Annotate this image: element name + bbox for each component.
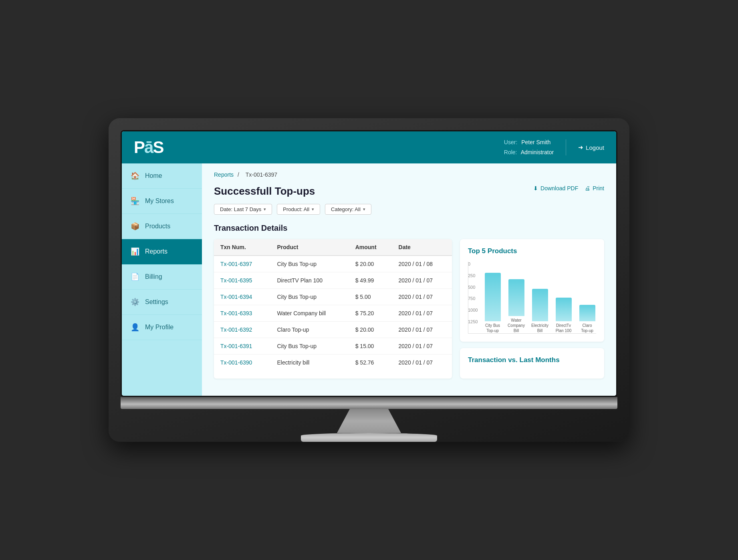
bar (508, 279, 524, 316)
bar-group: City Bus Top-up (484, 273, 502, 333)
page-title: Successfull Top-ups (214, 185, 315, 197)
logout-button[interactable]: ➜ Logout (578, 144, 604, 151)
sidebar-item-reports[interactable]: 📊 Reports (122, 239, 202, 264)
cell-product: City Bus Top-up (271, 289, 349, 305)
cell-product: City Bus Top-up (271, 338, 349, 355)
cell-date: 2020 / 01 / 07 (392, 355, 452, 371)
profile-icon: 👤 (131, 323, 139, 332)
cell-date: 2020 / 01 / 08 (392, 256, 452, 272)
bar-group: DirectTv Plan 100 (555, 298, 573, 333)
settings-icon: ⚙️ (131, 298, 139, 306)
cell-amount: $ 20.00 (349, 256, 392, 272)
reports-icon: 📊 (131, 247, 139, 256)
txn-chart-title: Transaction vs. Last Months (468, 356, 596, 364)
breadcrumb-parent[interactable]: Reports (214, 171, 234, 178)
breadcrumb-current: Tx-001-6397 (246, 171, 277, 178)
sidebar-item-settings[interactable]: ⚙️ Settings (122, 290, 202, 315)
user-info: User: Peter Smith Role: Administrator (504, 137, 554, 157)
bar-label: City Bus Top-up (484, 323, 502, 333)
role-value: Administrator (521, 149, 554, 155)
col-amount: Amount (349, 239, 392, 256)
sidebar-item-billing[interactable]: 📄 Billing (122, 264, 202, 290)
cell-txn: Tx-001-6395 (214, 272, 271, 289)
bar (556, 298, 572, 321)
bar-label: Water Company Bill (507, 318, 525, 333)
store-icon: 🏪 (131, 197, 139, 205)
header-divider (566, 139, 566, 155)
cell-date: 2020 / 01 / 07 (392, 289, 452, 305)
page-actions: ⬇ Download PDF 🖨 Print (533, 185, 604, 191)
txn-link[interactable]: Tx-001-6394 (220, 294, 252, 300)
table-row: Tx-001-6390 Electricity bill $ 52.76 202… (214, 355, 452, 371)
filter-category[interactable]: Category: All (325, 204, 371, 215)
download-icon: ⬇ (533, 185, 538, 191)
logout-icon: ➜ (578, 144, 583, 151)
user-name: Peter Smith (521, 139, 550, 145)
txn-link[interactable]: Tx-001-6393 (220, 310, 252, 316)
cell-txn: Tx-001-6393 (214, 305, 271, 322)
txn-link[interactable]: Tx-001-6397 (220, 261, 252, 267)
txn-link[interactable]: Tx-001-6390 (220, 359, 252, 366)
home-icon: 🏠 (131, 171, 139, 180)
sidebar-label-reports: Reports (145, 248, 167, 255)
filters-row: Date: Last 7 Days Product: All Category:… (214, 204, 604, 215)
table-row: Tx-001-6395 DirectTV Plan 100 $ 49.99 20… (214, 272, 452, 289)
table-row: Tx-001-6392 Claro Top-up $ 20.00 2020 / … (214, 322, 452, 338)
section-title: Transaction Details (214, 224, 604, 233)
sidebar-label-home: Home (145, 172, 162, 179)
col-date: Date (392, 239, 452, 256)
col-txn-num: Txn Num. (214, 239, 271, 256)
sidebar-item-my-stores[interactable]: 🏪 My Stores (122, 189, 202, 214)
cell-amount: $ 15.00 (349, 338, 392, 355)
user-label: User: (504, 139, 517, 145)
bar (485, 273, 501, 321)
table-row: Tx-001-6393 Water Company bill $ 75.20 2… (214, 305, 452, 322)
cell-txn: Tx-001-6392 (214, 322, 271, 338)
right-panel: Top 5 Products 1250 1000 750 500 250 0 (460, 239, 604, 379)
txn-link[interactable]: Tx-001-6392 (220, 326, 252, 333)
bars-area: City Bus Top-upWater Company BillElectri… (468, 262, 596, 334)
breadcrumb-separator: / (238, 171, 241, 178)
app-logo: PāS (134, 138, 163, 157)
main-content: Reports / Tx-001-6397 Successfull Top-up… (202, 163, 616, 396)
transaction-table: Txn Num. Product Amount Date Tx-001-6397… (214, 239, 452, 379)
cell-txn: Tx-001-6391 (214, 338, 271, 355)
sidebar-item-my-profile[interactable]: 👤 My Profile (122, 315, 202, 340)
bar (579, 305, 595, 321)
top5-bar-chart: 1250 1000 750 500 250 0 City Bus Top-upW… (468, 262, 596, 334)
col-product: Product (271, 239, 349, 256)
download-pdf-label: Download PDF (540, 185, 578, 191)
cell-txn: Tx-001-6394 (214, 289, 271, 305)
txn-link[interactable]: Tx-001-6391 (220, 343, 252, 349)
role-label: Role: (504, 149, 517, 155)
bar-label: DirectTv Plan 100 (555, 323, 573, 333)
sidebar-label-settings: Settings (145, 298, 168, 306)
print-icon: 🖨 (585, 185, 590, 191)
cell-product: Water Company bill (271, 305, 349, 322)
sidebar-item-products[interactable]: 📦 Products (122, 214, 202, 239)
logout-label: Logout (586, 144, 604, 151)
cell-amount: $ 75.20 (349, 305, 392, 322)
cell-product: DirectTV Plan 100 (271, 272, 349, 289)
filter-product[interactable]: Product: All (277, 204, 320, 215)
bar (532, 289, 548, 321)
download-pdf-button[interactable]: ⬇ Download PDF (533, 185, 578, 191)
cell-amount: $ 20.00 (349, 322, 392, 338)
billing-icon: 📄 (131, 272, 139, 281)
cell-txn: Tx-001-6390 (214, 355, 271, 371)
bar-group: Claro Top-up (578, 305, 596, 333)
cell-date: 2020 / 01 / 07 (392, 305, 452, 322)
txn-link[interactable]: Tx-001-6395 (220, 277, 252, 284)
cell-product: Claro Top-up (271, 322, 349, 338)
sidebar-label-my-stores: My Stores (145, 197, 174, 205)
cell-txn: Tx-001-6397 (214, 256, 271, 272)
bar-group: Water Company Bill (507, 279, 525, 333)
app-header: PāS User: Peter Smith Role: Administrato… (122, 131, 616, 163)
sidebar-item-home[interactable]: 🏠 Home (122, 163, 202, 189)
top5-chart-title: Top 5 Products (468, 247, 596, 255)
filter-date[interactable]: Date: Last 7 Days (214, 204, 272, 215)
txn-chart-card: Transaction vs. Last Months (460, 348, 604, 379)
print-button[interactable]: 🖨 Print (585, 185, 604, 191)
products-icon: 📦 (131, 222, 139, 231)
bar-label: Claro Top-up (578, 323, 596, 333)
